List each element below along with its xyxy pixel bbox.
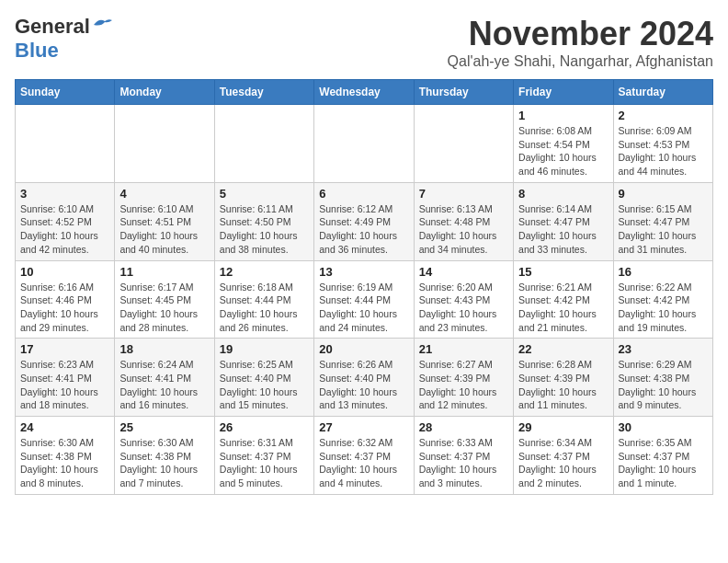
title-area: November 2024 Qal'ah-ye Shahi, Nangarhar… xyxy=(448,15,713,70)
day-info: Sunrise: 6:12 AM Sunset: 4:49 PM Dayligh… xyxy=(319,202,408,257)
day-number: 29 xyxy=(518,420,608,434)
logo: General Blue xyxy=(15,15,112,63)
day-info: Sunrise: 6:14 AM Sunset: 4:47 PM Dayligh… xyxy=(518,202,608,257)
day-info: Sunrise: 6:17 AM Sunset: 4:45 PM Dayligh… xyxy=(119,281,209,335)
calendar-cell: 4Sunrise: 6:10 AM Sunset: 4:51 PM Daylig… xyxy=(115,182,214,260)
day-number: 6 xyxy=(319,187,408,201)
calendar-cell: 1Sunrise: 6:08 AM Sunset: 4:54 PM Daylig… xyxy=(514,105,613,183)
calendar-header-saturday: Saturday xyxy=(613,80,712,105)
day-number: 12 xyxy=(220,265,309,279)
day-info: Sunrise: 6:19 AM Sunset: 4:44 PM Dayligh… xyxy=(319,281,408,335)
calendar-cell: 27Sunrise: 6:32 AM Sunset: 4:37 PM Dayli… xyxy=(314,417,414,495)
day-info: Sunrise: 6:10 AM Sunset: 4:51 PM Dayligh… xyxy=(119,202,209,257)
calendar-cell xyxy=(16,105,115,183)
day-info: Sunrise: 6:23 AM Sunset: 4:41 PM Dayligh… xyxy=(20,358,109,412)
day-number: 2 xyxy=(619,109,708,122)
day-number: 22 xyxy=(518,342,608,356)
day-number: 11 xyxy=(119,265,209,279)
calendar-cell: 20Sunrise: 6:26 AM Sunset: 4:40 PM Dayli… xyxy=(314,339,414,417)
day-info: Sunrise: 6:20 AM Sunset: 4:43 PM Dayligh… xyxy=(419,281,508,335)
day-info: Sunrise: 6:11 AM Sunset: 4:50 PM Dayligh… xyxy=(220,202,309,257)
day-info: Sunrise: 6:27 AM Sunset: 4:39 PM Dayligh… xyxy=(419,358,508,412)
day-info: Sunrise: 6:21 AM Sunset: 4:42 PM Dayligh… xyxy=(518,281,608,335)
day-info: Sunrise: 6:28 AM Sunset: 4:39 PM Dayligh… xyxy=(518,358,608,412)
calendar-table: SundayMondayTuesdayWednesdayThursdayFrid… xyxy=(15,79,713,495)
day-info: Sunrise: 6:25 AM Sunset: 4:40 PM Dayligh… xyxy=(220,358,309,412)
calendar-cell: 23Sunrise: 6:29 AM Sunset: 4:38 PM Dayli… xyxy=(613,339,712,417)
day-number: 13 xyxy=(319,265,408,279)
day-info: Sunrise: 6:08 AM Sunset: 4:54 PM Dayligh… xyxy=(518,124,608,178)
calendar-cell: 24Sunrise: 6:30 AM Sunset: 4:38 PM Dayli… xyxy=(16,417,115,495)
calendar-cell: 16Sunrise: 6:22 AM Sunset: 4:42 PM Dayli… xyxy=(613,260,712,339)
day-info: Sunrise: 6:13 AM Sunset: 4:48 PM Dayligh… xyxy=(419,202,508,257)
calendar-cell: 25Sunrise: 6:30 AM Sunset: 4:38 PM Dayli… xyxy=(115,417,214,495)
calendar-cell xyxy=(115,105,214,183)
day-number: 30 xyxy=(619,420,708,434)
calendar-cell: 8Sunrise: 6:14 AM Sunset: 4:47 PM Daylig… xyxy=(514,182,613,260)
day-number: 25 xyxy=(119,420,209,434)
day-number: 19 xyxy=(220,342,309,356)
day-info: Sunrise: 6:15 AM Sunset: 4:47 PM Dayligh… xyxy=(619,202,708,257)
day-number: 1 xyxy=(518,109,608,122)
day-number: 23 xyxy=(619,342,708,356)
day-info: Sunrise: 6:32 AM Sunset: 4:37 PM Dayligh… xyxy=(319,436,408,490)
logo-blue-text: Blue xyxy=(15,39,59,63)
day-info: Sunrise: 6:16 AM Sunset: 4:46 PM Dayligh… xyxy=(20,281,109,335)
calendar-header-wednesday: Wednesday xyxy=(314,80,414,105)
calendar-row-4: 24Sunrise: 6:30 AM Sunset: 4:38 PM Dayli… xyxy=(16,417,713,495)
day-number: 20 xyxy=(319,342,408,356)
day-number: 5 xyxy=(220,187,309,201)
calendar-header-sunday: Sunday xyxy=(16,80,115,105)
calendar-cell: 21Sunrise: 6:27 AM Sunset: 4:39 PM Dayli… xyxy=(414,339,513,417)
day-number: 9 xyxy=(619,187,708,201)
day-info: Sunrise: 6:29 AM Sunset: 4:38 PM Dayligh… xyxy=(619,358,708,412)
logo-bird-icon xyxy=(92,17,112,32)
day-number: 16 xyxy=(619,265,708,279)
day-number: 3 xyxy=(20,187,109,201)
day-info: Sunrise: 6:26 AM Sunset: 4:40 PM Dayligh… xyxy=(319,358,408,412)
day-number: 28 xyxy=(419,420,508,434)
calendar-header-monday: Monday xyxy=(115,80,214,105)
day-number: 26 xyxy=(220,420,309,434)
calendar-cell: 13Sunrise: 6:19 AM Sunset: 4:44 PM Dayli… xyxy=(314,260,414,339)
calendar-cell: 9Sunrise: 6:15 AM Sunset: 4:47 PM Daylig… xyxy=(613,182,712,260)
day-number: 18 xyxy=(119,342,209,356)
calendar-row-1: 3Sunrise: 6:10 AM Sunset: 4:52 PM Daylig… xyxy=(16,182,713,260)
calendar-cell xyxy=(314,105,414,183)
calendar-cell: 19Sunrise: 6:25 AM Sunset: 4:40 PM Dayli… xyxy=(214,339,313,417)
calendar-cell: 30Sunrise: 6:35 AM Sunset: 4:37 PM Dayli… xyxy=(613,417,712,495)
calendar-cell: 12Sunrise: 6:18 AM Sunset: 4:44 PM Dayli… xyxy=(214,260,313,339)
calendar-header-row: SundayMondayTuesdayWednesdayThursdayFrid… xyxy=(16,80,713,105)
day-info: Sunrise: 6:30 AM Sunset: 4:38 PM Dayligh… xyxy=(20,436,109,490)
day-number: 10 xyxy=(20,265,109,279)
calendar-cell: 3Sunrise: 6:10 AM Sunset: 4:52 PM Daylig… xyxy=(16,182,115,260)
day-info: Sunrise: 6:30 AM Sunset: 4:38 PM Dayligh… xyxy=(119,436,209,490)
calendar-row-0: 1Sunrise: 6:08 AM Sunset: 4:54 PM Daylig… xyxy=(16,105,713,183)
calendar-cell xyxy=(414,105,513,183)
day-number: 7 xyxy=(419,187,508,201)
day-number: 15 xyxy=(518,265,608,279)
day-number: 21 xyxy=(419,342,508,356)
day-info: Sunrise: 6:33 AM Sunset: 4:37 PM Dayligh… xyxy=(419,436,508,490)
calendar-cell: 11Sunrise: 6:17 AM Sunset: 4:45 PM Dayli… xyxy=(115,260,214,339)
day-number: 27 xyxy=(319,420,408,434)
calendar-row-2: 10Sunrise: 6:16 AM Sunset: 4:46 PM Dayli… xyxy=(16,260,713,339)
calendar-cell: 29Sunrise: 6:34 AM Sunset: 4:37 PM Dayli… xyxy=(514,417,613,495)
calendar-cell: 15Sunrise: 6:21 AM Sunset: 4:42 PM Dayli… xyxy=(514,260,613,339)
day-number: 24 xyxy=(20,420,109,434)
calendar-header-friday: Friday xyxy=(514,80,613,105)
logo-general-text: General xyxy=(15,15,90,39)
calendar-cell: 10Sunrise: 6:16 AM Sunset: 4:46 PM Dayli… xyxy=(16,260,115,339)
day-info: Sunrise: 6:18 AM Sunset: 4:44 PM Dayligh… xyxy=(220,281,309,335)
day-info: Sunrise: 6:22 AM Sunset: 4:42 PM Dayligh… xyxy=(619,281,708,335)
calendar-row-3: 17Sunrise: 6:23 AM Sunset: 4:41 PM Dayli… xyxy=(16,339,713,417)
day-info: Sunrise: 6:09 AM Sunset: 4:53 PM Dayligh… xyxy=(619,124,708,178)
day-info: Sunrise: 6:24 AM Sunset: 4:41 PM Dayligh… xyxy=(119,358,209,412)
day-number: 4 xyxy=(119,187,209,201)
calendar-cell: 28Sunrise: 6:33 AM Sunset: 4:37 PM Dayli… xyxy=(414,417,513,495)
month-title: November 2024 xyxy=(448,15,713,53)
day-info: Sunrise: 6:31 AM Sunset: 4:37 PM Dayligh… xyxy=(220,436,309,490)
calendar-cell: 14Sunrise: 6:20 AM Sunset: 4:43 PM Dayli… xyxy=(414,260,513,339)
calendar-cell: 2Sunrise: 6:09 AM Sunset: 4:53 PM Daylig… xyxy=(613,105,712,183)
calendar-header-thursday: Thursday xyxy=(414,80,513,105)
